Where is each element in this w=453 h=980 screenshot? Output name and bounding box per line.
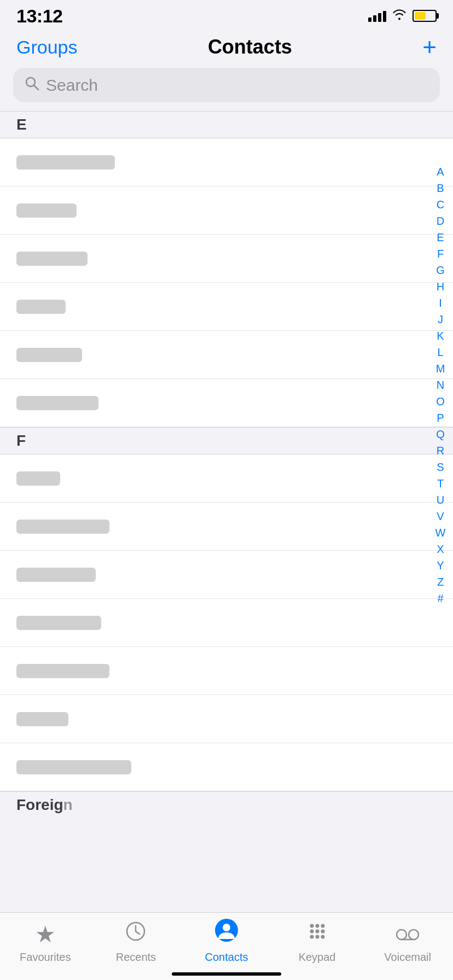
tab-recents-label: Recents <box>116 951 156 964</box>
tab-favourites[interactable]: ★ Favourites <box>7 921 84 964</box>
list-item[interactable] <box>0 695 453 743</box>
list-item[interactable] <box>0 743 453 791</box>
svg-point-7 <box>310 924 313 928</box>
search-container: Search <box>0 68 453 111</box>
tab-keypad[interactable]: Keypad <box>279 920 356 964</box>
contact-name <box>16 203 77 218</box>
alpha-z[interactable]: Z <box>433 574 448 590</box>
tab-keypad-label: Keypad <box>299 951 336 964</box>
list-item[interactable] <box>0 454 453 503</box>
list-item[interactable] <box>0 551 453 599</box>
svg-point-12 <box>321 930 324 934</box>
search-icon <box>24 75 39 95</box>
voicemail-icon <box>396 921 419 948</box>
alpha-r[interactable]: R <box>433 443 448 458</box>
contact-name <box>16 616 101 630</box>
alpha-m[interactable]: M <box>433 361 448 376</box>
contact-name <box>16 252 88 266</box>
section-header-foreign-partial: Foreign <box>0 791 453 818</box>
status-bar: 13:12 <box>0 0 453 30</box>
alpha-j[interactable]: J <box>433 312 448 327</box>
alpha-d[interactable]: D <box>433 213 448 229</box>
alpha-s[interactable]: S <box>433 459 448 475</box>
alpha-o[interactable]: O <box>433 394 448 409</box>
contacts-icon <box>214 918 239 948</box>
status-icons <box>368 8 437 24</box>
list-item[interactable] <box>0 503 453 551</box>
contact-name <box>16 760 131 774</box>
contact-name <box>16 155 115 170</box>
tab-bar: ★ Favourites Recents Contacts <box>0 912 453 980</box>
alpha-k[interactable]: K <box>433 328 448 343</box>
contact-name <box>16 471 60 486</box>
contacts-list: E F Foreign <box>0 111 453 818</box>
search-input[interactable]: Search <box>46 76 98 95</box>
contact-name <box>16 348 82 362</box>
battery-icon <box>413 10 437 22</box>
home-indicator <box>172 972 281 976</box>
page-title: Contacts <box>208 36 292 59</box>
svg-point-14 <box>315 935 319 939</box>
alpha-t[interactable]: T <box>433 476 448 491</box>
list-item[interactable] <box>0 331 453 379</box>
alpha-y[interactable]: Y <box>433 558 448 573</box>
status-time: 13:12 <box>16 5 62 27</box>
svg-point-0 <box>26 78 35 86</box>
list-item[interactable] <box>0 647 453 695</box>
svg-point-8 <box>315 924 319 928</box>
svg-point-13 <box>310 935 313 939</box>
list-item[interactable] <box>0 186 453 235</box>
tab-voicemail[interactable]: Voicemail <box>369 921 446 964</box>
groups-button[interactable]: Groups <box>16 37 78 58</box>
add-contact-button[interactable]: + <box>422 35 437 59</box>
alpha-f[interactable]: F <box>433 246 448 261</box>
alpha-l[interactable]: L <box>433 345 448 360</box>
alpha-q[interactable]: Q <box>433 427 448 442</box>
alpha-v[interactable]: V <box>433 509 448 524</box>
alpha-g[interactable]: G <box>433 262 448 278</box>
alpha-h[interactable]: H <box>433 279 448 294</box>
alphabet-index[interactable]: A B C D E F G H I J K L M N O P Q R S T … <box>433 164 448 606</box>
list-item[interactable] <box>0 379 453 427</box>
list-item[interactable] <box>0 599 453 647</box>
svg-line-1 <box>34 86 39 90</box>
contact-name <box>16 520 109 534</box>
svg-point-10 <box>310 930 313 934</box>
svg-line-4 <box>136 931 140 934</box>
section-header-f: F <box>0 427 453 454</box>
tab-contacts-label: Contacts <box>205 951 248 964</box>
svg-point-17 <box>409 930 419 940</box>
alpha-u[interactable]: U <box>433 492 448 508</box>
alpha-b[interactable]: B <box>433 180 448 196</box>
signal-icon <box>368 10 386 22</box>
alpha-c[interactable]: C <box>433 197 448 212</box>
svg-point-11 <box>315 930 319 934</box>
svg-point-15 <box>321 935 324 939</box>
tab-recents[interactable]: Recents <box>97 920 174 964</box>
alpha-hash[interactable]: # <box>433 591 448 606</box>
search-bar[interactable]: Search <box>13 68 440 102</box>
alpha-n[interactable]: N <box>433 377 448 393</box>
svg-point-16 <box>397 930 406 940</box>
contact-name <box>16 664 109 678</box>
alpha-p[interactable]: P <box>433 410 448 425</box>
list-item[interactable] <box>0 283 453 331</box>
favourites-icon: ★ <box>35 921 56 948</box>
tab-contacts[interactable]: Contacts <box>188 918 265 964</box>
alpha-x[interactable]: X <box>433 541 448 557</box>
contact-name <box>16 300 66 314</box>
alpha-e[interactable]: E <box>433 230 448 245</box>
tab-voicemail-label: Voicemail <box>384 951 431 964</box>
tab-favourites-label: Favourites <box>20 951 71 964</box>
alpha-i[interactable]: I <box>433 295 448 311</box>
alpha-a[interactable]: A <box>433 164 448 179</box>
list-item[interactable] <box>0 138 453 186</box>
contact-name <box>16 712 68 726</box>
svg-point-9 <box>321 924 324 928</box>
section-header-e: E <box>0 111 453 138</box>
keypad-icon <box>306 920 328 948</box>
alpha-w[interactable]: W <box>433 525 448 540</box>
contact-name <box>16 396 98 410</box>
list-item[interactable] <box>0 235 453 283</box>
recents-icon <box>125 920 147 948</box>
